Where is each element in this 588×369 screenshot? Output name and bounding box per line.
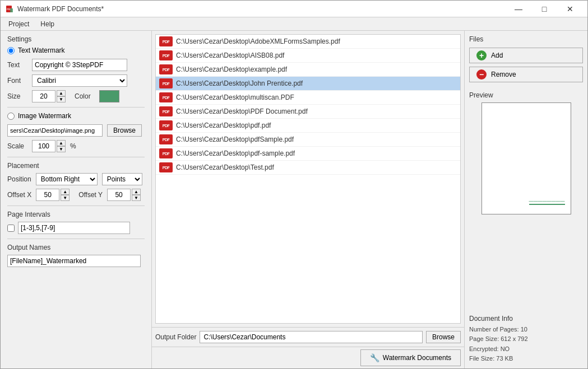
pdf-icon: PDF — [159, 120, 173, 130]
pdf-icon: PDF — [159, 64, 173, 74]
file-path: C:\Users\Cezar\Desktop\example.pdf — [176, 66, 287, 73]
text-watermark-radio[interactable] — [7, 47, 15, 54]
pdf-icon: PDF — [159, 78, 173, 88]
settings-label: Settings — [7, 35, 145, 43]
image-watermark-row: Image Watermark — [7, 112, 145, 120]
file-item[interactable]: PDF C:\Users\Cezar\Desktop\PDF Document.… — [156, 105, 460, 119]
image-watermark-radio[interactable] — [7, 113, 15, 120]
page-intervals-checkbox[interactable] — [7, 225, 15, 232]
text-watermark-row: Text Watermark — [7, 46, 145, 54]
size-down-button[interactable]: ▼ — [57, 96, 66, 102]
right-panel: Files + Add − Remove Preview ———————— Do… — [464, 31, 587, 368]
font-field-row: Font Calibri Arial Times New Roman — [7, 74, 145, 87]
add-remove-buttons: + Add − Remove — [469, 48, 583, 82]
file-path: C:\Users\Cezar\Desktop\AISB08.pdf — [176, 52, 284, 59]
text-input[interactable] — [32, 59, 127, 71]
pdf-icon: PDF — [159, 106, 173, 116]
doc-info-encrypted: Encrypted: NO — [469, 344, 583, 354]
file-list: PDF C:\Users\Cezar\Desktop\AdobeXMLForms… — [155, 34, 461, 324]
size-input[interactable] — [32, 90, 55, 102]
text-field-row: Text — [7, 59, 145, 71]
position-select[interactable]: Bottom Right Top Left Top Center Top Rig… — [36, 173, 98, 185]
image-watermark-label[interactable]: Image Watermark — [18, 112, 71, 120]
maximize-button[interactable]: □ — [531, 1, 557, 17]
offset-y-down-button[interactable]: ▼ — [132, 195, 141, 201]
remove-button[interactable]: − Remove — [469, 67, 583, 82]
offset-x-up-button[interactable]: ▲ — [61, 189, 70, 195]
watermark-documents-button[interactable]: 🔧 Watermark Documents — [360, 349, 461, 366]
file-item[interactable]: PDF C:\Users\Cezar\Desktop\example.pdf — [156, 63, 460, 77]
app-icon: PDF — [5, 4, 14, 13]
pdf-icon: PDF — [159, 36, 173, 46]
file-path: C:\Users\Cezar\Desktop\John Prentice.pdf — [176, 80, 303, 87]
offset-y-up-button[interactable]: ▲ — [132, 189, 141, 195]
offset-x-spinner: ▲ ▼ — [36, 189, 70, 201]
window-controls: — □ ✕ — [506, 1, 583, 17]
unit-select[interactable]: Points Inches Millimeters — [102, 173, 142, 185]
image-browse-button[interactable]: Browse — [107, 124, 142, 137]
size-up-button[interactable]: ▲ — [57, 90, 66, 96]
file-item[interactable]: PDF C:\Users\Cezar\Desktop\multiscan.PDF — [156, 91, 460, 105]
center-panel: PDF C:\Users\Cezar\Desktop\AdobeXMLForms… — [152, 31, 464, 368]
output-names-input[interactable] — [7, 255, 141, 267]
scale-up-button[interactable]: ▲ — [57, 140, 66, 146]
size-spinner: ▲ ▼ — [32, 90, 66, 102]
file-path: C:\Users\Cezar\Desktop\AdobeXMLFormsSamp… — [176, 38, 340, 45]
remove-icon: − — [476, 69, 487, 80]
offset-x-input[interactable] — [36, 189, 59, 201]
menu-help[interactable]: Help — [35, 19, 60, 29]
output-names-section-label: Output Names — [7, 244, 145, 251]
offset-x-spinner-buttons: ▲ ▼ — [61, 189, 70, 201]
text-watermark-label[interactable]: Text Watermark — [18, 46, 65, 54]
output-folder-input[interactable] — [200, 331, 423, 343]
file-item[interactable]: PDF C:\Users\Cezar\Desktop\Test.pdf — [156, 161, 460, 175]
offset-y-spinner-buttons: ▲ ▼ — [132, 189, 141, 201]
menu-bar: Project Help — [1, 17, 587, 31]
size-color-row: Size ▲ ▼ Color — [7, 90, 145, 102]
scale-unit: % — [70, 142, 90, 150]
pdf-icon: PDF — [159, 162, 173, 172]
output-folder-label: Output Folder — [155, 333, 196, 341]
file-path: C:\Users\Cezar\Desktop\pdf.pdf — [176, 122, 271, 129]
file-item[interactable]: PDF C:\Users\Cezar\Desktop\AdobeXMLForms… — [156, 35, 460, 49]
pdf-icon: PDF — [159, 50, 173, 60]
doc-info-label: Document Info — [469, 315, 583, 323]
offset-y-label: Offset Y — [78, 191, 103, 199]
position-label: Position — [7, 175, 31, 183]
menu-project[interactable]: Project — [3, 19, 35, 29]
scale-input[interactable] — [32, 140, 55, 152]
font-select[interactable]: Calibri Arial Times New Roman — [32, 74, 127, 87]
scale-down-button[interactable]: ▼ — [57, 146, 66, 152]
file-item-selected[interactable]: PDF C:\Users\Cezar\Desktop\John Prentice… — [156, 77, 460, 91]
offset-row: Offset X ▲ ▼ Offset Y ▲ ▼ — [7, 189, 145, 201]
position-row: Position Bottom Right Top Left Top Cente… — [7, 173, 145, 185]
preview-watermark: ———————— — [529, 198, 565, 205]
add-label: Add — [491, 52, 503, 59]
add-button[interactable]: + Add — [469, 48, 583, 63]
scale-row: Scale ▲ ▼ % — [7, 140, 145, 152]
remove-label: Remove — [491, 71, 516, 78]
file-item[interactable]: PDF C:\Users\Cezar\Desktop\pdf-sample.pd… — [156, 147, 460, 161]
doc-info-page-size: Page Size: 612 x 792 — [469, 334, 583, 344]
pdf-icon: PDF — [159, 92, 173, 102]
file-item[interactable]: PDF C:\Users\Cezar\Desktop\pdfSample.pdf — [156, 133, 460, 147]
scale-spinner: ▲ ▼ — [32, 140, 66, 152]
scale-label: Scale — [7, 142, 27, 150]
placement-section: Placement Position Bottom Right Top Left… — [7, 162, 145, 201]
file-item[interactable]: PDF C:\Users\Cezar\Desktop\pdf.pdf — [156, 119, 460, 133]
intervals-input[interactable] — [18, 222, 130, 234]
offset-y-input[interactable] — [107, 189, 131, 201]
output-browse-button[interactable]: Browse — [426, 331, 461, 343]
page-intervals-label: Page Intervals — [7, 211, 145, 218]
font-label: Font — [7, 77, 27, 85]
minimize-button[interactable]: — — [506, 1, 531, 17]
color-picker[interactable] — [99, 90, 119, 102]
bottom-action-bar: 🔧 Watermark Documents — [152, 347, 464, 368]
offset-x-down-button[interactable]: ▼ — [61, 195, 70, 201]
doc-info-file-size: File Size: 73 KB — [469, 354, 583, 364]
image-path-input[interactable] — [7, 124, 103, 137]
page-intervals-row — [7, 222, 145, 234]
close-button[interactable]: ✕ — [557, 1, 583, 17]
file-item[interactable]: PDF C:\Users\Cezar\Desktop\AISB08.pdf — [156, 49, 460, 63]
doc-info-pages: Number of Pages: 10 — [469, 325, 583, 335]
